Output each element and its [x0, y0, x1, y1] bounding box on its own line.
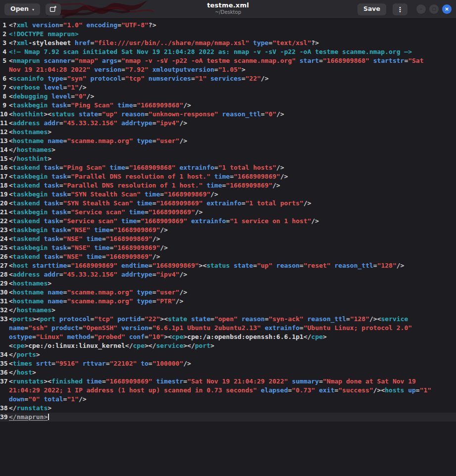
code-line[interactable]: 24<taskend task="NSE" time="1668909869"/…: [0, 235, 456, 243]
new-tab-button[interactable]: [46, 3, 61, 15]
maximize-button[interactable]: ▢: [429, 4, 439, 14]
syntax-token: <: [9, 378, 13, 385]
syntax-token: [48, 208, 51, 216]
code-line[interactable]: 5<nmaprun scanner="nmap" args="nmap -v -…: [0, 56, 456, 74]
syntax-token: extrainfo: [265, 324, 300, 332]
code-line[interactable]: 29<hostnames>: [0, 279, 456, 288]
header-bar[interactable]: Open ▾ testme.xml ~/Desktop Save ⋮: [0, 0, 456, 19]
code-line[interactable]: 4<!— Nmap 7.92 scan initiated Sat Nov 19…: [0, 48, 456, 56]
code-line[interactable]: 39</nmaprun>: [0, 413, 456, 422]
code-line[interactable]: 38</runstats>: [0, 404, 456, 413]
syntax-token: "ipv4": [156, 119, 179, 127]
syntax-token: />: [179, 119, 187, 127]
code-text: <verbose level="1"/>: [9, 83, 456, 92]
syntax-token: time: [94, 244, 109, 251]
syntax-token: "OpenSSH": [83, 324, 117, 332]
code-line[interactable]: 8<debugging level="0"/>: [0, 92, 456, 101]
syntax-token: [83, 378, 87, 385]
code-line[interactable]: 37<runstats><finished time="1668909869" …: [0, 377, 456, 404]
code-line[interactable]: 36</host>: [0, 368, 456, 377]
syntax-token: task: [51, 190, 67, 198]
syntax-token: "1668909869": [234, 173, 280, 180]
syntax-token: >: [32, 315, 36, 323]
syntax-token: "1668909869": [71, 262, 117, 269]
syntax-token: />: [87, 93, 95, 100]
minimize-button[interactable]: −: [416, 4, 426, 14]
syntax-token: "1668909869": [152, 262, 199, 269]
syntax-token: hostnames: [17, 306, 51, 314]
syntax-token: taskend: [13, 217, 40, 225]
code-line[interactable]: 10<hosthint><status state="up" reason="u…: [0, 110, 456, 119]
syntax-token: runstats: [17, 404, 48, 412]
code-line[interactable]: 6<scaninfo type="syn" protocol="tcp" num…: [0, 74, 456, 83]
code-line[interactable]: 11<address addr="45.33.32.156" addrtype=…: [0, 119, 456, 128]
save-button-label: Save: [363, 6, 380, 12]
line-number: 20: [0, 199, 9, 208]
code-line[interactable]: 17<taskbegin task="Parallel DNS resoluti…: [0, 172, 456, 181]
code-line[interactable]: 13<hostname name="scanme.nmap.org" type=…: [0, 137, 456, 145]
code-line[interactable]: 2<!DOCTYPE nmaprun>: [0, 30, 456, 39]
code-line[interactable]: 19<taskbegin task="SYN Stealth Scan" tim…: [0, 190, 456, 199]
line-number: 39: [0, 413, 9, 422]
code-line[interactable]: 26<taskend task="NSE" time="1668909869"/…: [0, 252, 456, 261]
code-text: <taskend task="Parallel DNS resolution o…: [9, 181, 456, 190]
syntax-token: "probed": [94, 333, 125, 340]
syntax-token: <?: [9, 21, 17, 29]
code-line[interactable]: 34</ports>: [0, 350, 456, 359]
code-text: <taskend task="SYN Stealth Scan" time="1…: [9, 199, 456, 208]
syntax-token: =: [59, 119, 63, 127]
syntax-token: [32, 360, 36, 367]
code-editor[interactable]: 1<?xml version="1.0" encoding="UTF-8"?>2…: [0, 19, 456, 476]
line-number: 29: [0, 279, 9, 288]
syntax-token: task: [44, 235, 59, 242]
syntax-token: [203, 182, 206, 189]
text-editor-window: Open ▾ testme.xml ~/Desktop Save ⋮: [0, 0, 456, 476]
chevron-down-icon: ▾: [32, 8, 34, 12]
code-line[interactable]: 9<taskbegin task="Ping Scan" time="16689…: [0, 101, 456, 110]
save-button[interactable]: Save: [357, 3, 386, 15]
code-line[interactable]: 31<hostname name="scanme.nmap.org" type=…: [0, 297, 456, 306]
syntax-token: =: [102, 378, 106, 385]
syntax-token: hostname: [13, 137, 44, 144]
syntax-token: <: [9, 137, 13, 144]
syntax-token: name: [48, 288, 63, 296]
menu-dots-icon: ⋮: [397, 6, 404, 13]
line-number: 26: [0, 252, 9, 261]
code-line[interactable]: 21<taskbegin task="Service scan" time="1…: [0, 208, 456, 217]
close-button[interactable]: ✕: [442, 4, 452, 14]
syntax-token: ?>: [149, 21, 156, 29]
syntax-token: <: [9, 93, 13, 100]
syntax-token: reason: [121, 110, 145, 118]
code-line[interactable]: 15</hosthint>: [0, 154, 456, 163]
code-line[interactable]: 30<hostname name="scanme.nmap.org" type=…: [0, 288, 456, 297]
open-button[interactable]: Open ▾: [4, 3, 40, 15]
syntax-token: /a:openbsd:openssh:6.6.1p1: [203, 333, 304, 340]
code-line[interactable]: 27<host starttime="1668909869" endtime="…: [0, 261, 456, 270]
syntax-token: state: [79, 110, 98, 118]
code-line[interactable]: 14</hostnames>: [0, 145, 456, 154]
code-line[interactable]: 3<?xml-stylesheet href="file:///usr/bin/…: [0, 39, 456, 48]
code-line[interactable]: 20<taskend task="SYN Stealth Scan" time=…: [0, 199, 456, 208]
code-line[interactable]: 23<taskbegin task="NSE" time="1668909869…: [0, 226, 456, 235]
code-line[interactable]: 7<verbose level="1"/>: [0, 83, 456, 92]
code-line[interactable]: 25<taskbegin task="NSE" time="1668909869…: [0, 243, 456, 252]
code-line[interactable]: 18<taskend task="Parallel DNS resolution…: [0, 181, 456, 190]
syntax-token: [230, 262, 234, 269]
syntax-token: time: [121, 217, 137, 225]
code-line[interactable]: 16<taskend task="Ping Scan" time="166890…: [0, 163, 456, 172]
syntax-token: endtime: [121, 262, 149, 269]
syntax-token: cpe: [311, 333, 323, 340]
syntax-token: >: [24, 342, 28, 349]
code-line[interactable]: 28<address addr="45.33.32.156" addrtype=…: [0, 270, 456, 279]
menu-button[interactable]: ⋮: [393, 3, 407, 15]
syntax-token: <: [9, 164, 13, 171]
code-line[interactable]: 33<ports><port protocol="tcp" portid="22…: [0, 315, 456, 350]
code-line[interactable]: 22<taskend task="Service scan" time="166…: [0, 217, 456, 226]
syntax-token: time: [206, 182, 222, 189]
syntax-token: state: [168, 315, 187, 323]
code-line[interactable]: 35<times srtt="9516" rttvar="22102" to="…: [0, 359, 456, 368]
code-line[interactable]: 1<?xml version="1.0" encoding="UTF-8"?>: [0, 21, 456, 30]
code-text: <host starttime="1668909869" endtime="16…: [9, 261, 456, 270]
code-line[interactable]: 32</hostnames>: [0, 306, 456, 315]
code-line[interactable]: 12<hostnames>: [0, 128, 456, 137]
